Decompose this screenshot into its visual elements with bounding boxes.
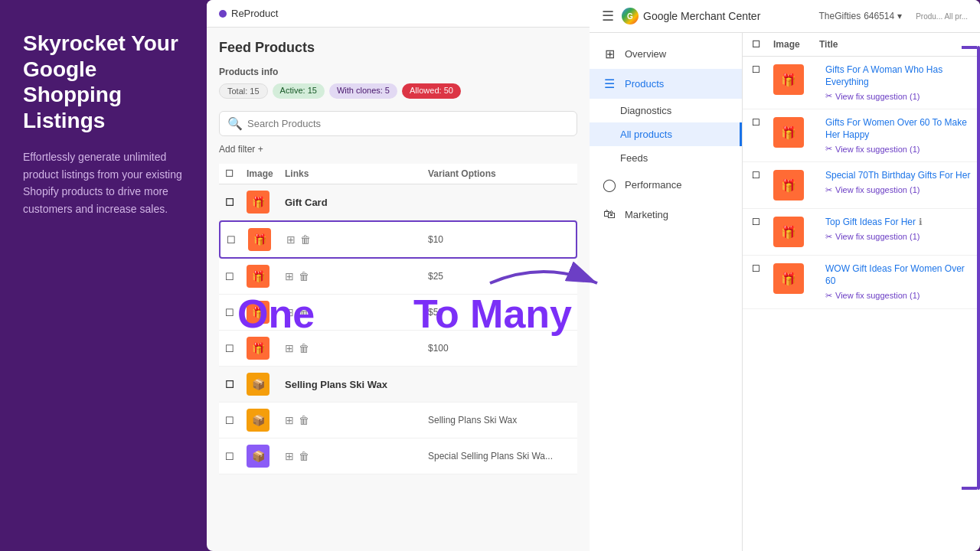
reproduct-header: ReProduct (207, 0, 590, 28)
gmc-product-row-5: ☐ 🎁 WOW Gift Ideas For Women Over 60 ✂ V… (743, 256, 980, 308)
sidebar-label-performance: Performance (625, 179, 681, 191)
main-description: Effortlessly generate unlimited product … (23, 148, 184, 217)
gmc-row-checkbox-2[interactable]: ☐ (752, 117, 773, 128)
gmc-logo: G Google Merchant Center (622, 8, 760, 24)
gmc-thumb-1: 🎁 (773, 64, 804, 95)
sidebar-item-marketing[interactable]: 🛍 Marketing (590, 200, 742, 229)
row-checkbox[interactable]: ☐ (225, 379, 247, 390)
row-checkbox[interactable]: ☐ (225, 343, 247, 354)
purple-accent-bottom (962, 487, 977, 490)
gmc-header: ☰ G Google Merchant Center TheGifties 64… (590, 0, 980, 33)
fix-label-1: View fix suggestion (1) (835, 92, 920, 101)
col-image: Image (247, 168, 285, 179)
price-10: $10 (428, 234, 570, 245)
clone-icon[interactable]: ⊞ (285, 414, 294, 426)
search-icon: 🔍 (227, 116, 243, 131)
section-gift-card: ☐ 🎁 Gift Card (219, 184, 577, 220)
search-bar[interactable]: 🔍 (219, 111, 577, 136)
sidebar-subitem-feeds[interactable]: Feeds (590, 146, 742, 170)
gmc-product-info-1: Gifts For A Woman Who Has Everything ✂ V… (819, 64, 971, 101)
product-row-gift-50: ☐ 🎁 ⊞ 🗑 $50 (219, 295, 577, 331)
reproduct-app-name: ReProduct (231, 8, 278, 19)
delete-icon[interactable]: 🗑 (299, 270, 309, 282)
gmc-col-title: Title (819, 39, 971, 50)
main-heading: Skyrocket Your Google Shopping Listings (23, 31, 184, 133)
add-filter[interactable]: Add filter + (219, 144, 577, 155)
search-input[interactable] (247, 118, 569, 129)
gmc-thumb-3: 🎁 (773, 170, 804, 201)
delete-icon[interactable]: 🗑 (299, 414, 309, 426)
sidebar-subitem-diagnostics[interactable]: Diagnostics (590, 99, 742, 122)
gmc-content: ⊞ Overview ☰ Products Diagnostics All pr… (590, 33, 980, 551)
badge-total: Total: 15 (219, 83, 268, 99)
purple-accent-right (977, 46, 980, 490)
gmc-tab-hint: Produ... All pr... (916, 12, 968, 21)
col-variant: Variant Options (428, 168, 571, 179)
gmc-product-title-4[interactable]: Top Gift Ideas For Her ℹ (825, 217, 971, 229)
thumb-gift-100: 🎁 (247, 337, 270, 360)
gmc-product-title-3[interactable]: Special 70Th Birthday Gifts For Her (825, 170, 971, 182)
gmc-row-checkbox-4[interactable]: ☐ (752, 217, 773, 227)
row-checkbox[interactable]: ☐ (227, 234, 248, 246)
products-info-label: Products info (219, 67, 577, 77)
row-icons: ⊞ 🗑 (286, 233, 428, 246)
sidebar-subitem-all-products[interactable]: All products (590, 122, 742, 146)
sidebar-label-marketing: Marketing (625, 209, 668, 220)
hamburger-menu[interactable]: ☰ (602, 8, 614, 24)
gmc-store-info[interactable]: TheGifties 646514 ▾ (818, 11, 902, 21)
row-icons: ⊞ 🗑 (285, 414, 428, 426)
gmc-fix-link-1[interactable]: ✂ View fix suggestion (1) (825, 91, 971, 101)
clone-icon[interactable]: ⊞ (285, 450, 294, 462)
gmc-panel: ☰ G Google Merchant Center TheGifties 64… (590, 0, 980, 551)
gmc-product-title-2[interactable]: Gifts For Women Over 60 To Make Her Happ… (825, 117, 971, 141)
ski-wax-link-1: Selling Plans Ski Wax (428, 415, 571, 425)
gmc-thumb-4: 🎁 (773, 217, 804, 247)
delete-icon[interactable]: 🗑 (299, 342, 309, 354)
gmc-product-title-5[interactable]: WOW Gift Ideas For Women Over 60 (825, 263, 971, 287)
col-links: Links (285, 168, 428, 179)
gmc-store-id: 646514 (864, 11, 894, 21)
delete-icon[interactable]: 🗑 (299, 306, 309, 318)
price-50: $50 (428, 307, 571, 318)
product-row-gift-10: ☐ 🎁 ⊞ 🗑 $10 (219, 220, 577, 259)
gmc-store-name: TheGifties (818, 11, 861, 21)
clone-icon[interactable]: ⊞ (285, 342, 294, 354)
product-row-gift-100: ☐ 🎁 ⊞ 🗑 $100 (219, 331, 577, 367)
feed-products-title: Feed Products (219, 40, 577, 56)
gmc-row-checkbox-1[interactable]: ☐ (752, 64, 773, 75)
gmc-fix-link-5[interactable]: ✂ View fix suggestion (1) (825, 291, 971, 301)
section-ski-wax: ☐ 📦 Selling Plans Ski Wax (219, 367, 577, 403)
delete-icon[interactable]: 🗑 (300, 233, 311, 246)
gmc-row-checkbox-3[interactable]: ☐ (752, 170, 773, 181)
thumb-ski-wax-2: 📦 (247, 445, 270, 468)
badge-allowed: Allowed: 50 (402, 83, 461, 99)
gmc-product-info-5: WOW Gift Ideas For Women Over 60 ✂ View … (819, 263, 971, 300)
marketing-icon: 🛍 (602, 207, 617, 221)
gmc-product-title-1[interactable]: Gifts For A Woman Who Has Everything (825, 64, 971, 88)
row-checkbox[interactable]: ☐ (225, 451, 247, 462)
row-checkbox[interactable]: ☐ (225, 271, 247, 282)
gmc-row-checkbox-5[interactable]: ☐ (752, 263, 773, 274)
left-panel: Skyrocket Your Google Shopping Listings … (0, 0, 207, 551)
gmc-product-row-3: ☐ 🎁 Special 70Th Birthday Gifts For Her … (743, 162, 980, 209)
gmc-thumb-5: 🎁 (773, 263, 804, 294)
gmc-fix-link-4[interactable]: ✂ View fix suggestion (1) (825, 232, 971, 242)
clone-icon[interactable]: ⊞ (286, 233, 296, 246)
delete-icon[interactable]: 🗑 (299, 450, 309, 462)
clone-icon[interactable]: ⊞ (285, 270, 294, 282)
gmc-fix-link-3[interactable]: ✂ View fix suggestion (1) (825, 185, 971, 195)
table-header: ☐ Image Links Variant Options (219, 164, 577, 184)
row-checkbox[interactable]: ☐ (225, 415, 247, 426)
row-checkbox[interactable]: ☐ (225, 307, 247, 318)
sidebar-item-overview[interactable]: ⊞ Overview (590, 39, 742, 69)
clone-icon[interactable]: ⊞ (285, 306, 294, 318)
sidebar-item-performance[interactable]: ◯ Performance (590, 170, 742, 200)
badge-clones: With clones: 5 (329, 83, 397, 99)
reproduct-logo-dot (219, 10, 227, 18)
row-checkbox[interactable]: ☐ (225, 197, 247, 208)
thumb-ski-wax-1: 📦 (247, 409, 270, 432)
badges-row: Total: 15 Active: 15 With clones: 5 Allo… (219, 83, 577, 99)
sidebar-item-products[interactable]: ☰ Products (590, 69, 742, 99)
gmc-fix-link-2[interactable]: ✂ View fix suggestion (1) (825, 144, 971, 154)
products-icon: ☰ (602, 77, 617, 91)
